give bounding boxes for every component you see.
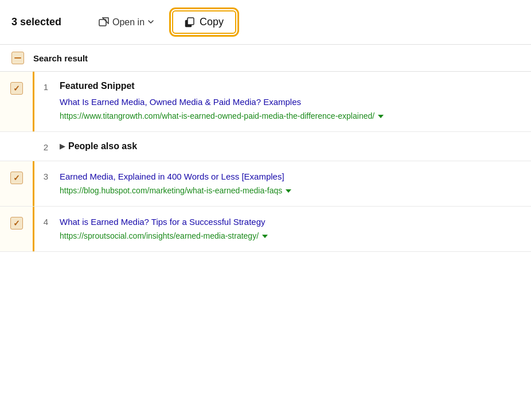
- row-1-url[interactable]: https://www.titangrowth.com/what-is-earn…: [60, 110, 522, 122]
- url-dropdown-icon[interactable]: [378, 115, 384, 118]
- results-list: ✓ 1 Featured Snippet What Is Earned Medi…: [0, 72, 531, 252]
- select-all-checkbox[interactable]: [11, 52, 24, 64]
- selection-col-1: ✓: [0, 72, 34, 131]
- table-row: ✓ 4 What is Earned Media? Tips for a Suc…: [0, 207, 531, 252]
- copy-label: Copy: [200, 16, 224, 28]
- row-3-link-title[interactable]: Earned Media, Explained in 400 Words or …: [60, 170, 522, 182]
- row-4-link-title[interactable]: What is Earned Media? Tips for a Success…: [60, 216, 522, 228]
- row-1-content: Featured Snippet What Is Earned Media, O…: [57, 72, 531, 131]
- row-3-content: Earned Media, Explained in 400 Words or …: [57, 161, 531, 206]
- url-dropdown-icon[interactable]: [286, 189, 291, 193]
- table-row: ✓ 3 Earned Media, Explained in 400 Words…: [0, 161, 531, 207]
- row-4-checkbox[interactable]: ✓: [10, 217, 23, 230]
- people-also-ask-label: ▶ People also ask: [60, 141, 522, 151]
- selection-col-4: ✓: [0, 207, 34, 251]
- toolbar: 3 selected Open in Copy: [0, 0, 531, 45]
- table-row: ✓ 1 Featured Snippet What Is Earned Medi…: [0, 72, 531, 132]
- column-header: Search result: [0, 45, 531, 72]
- svg-rect-2: [188, 18, 194, 25]
- row-4-content: What is Earned Media? Tips for a Success…: [57, 207, 531, 251]
- row-2-content: ▶ People also ask: [57, 132, 531, 161]
- minus-icon: [14, 57, 21, 59]
- row-1-number: 1: [34, 72, 57, 131]
- open-in-button[interactable]: Open in: [94, 14, 158, 31]
- row-1-link-title[interactable]: What Is Earned Media, Owned Media & Paid…: [60, 96, 522, 108]
- column-header-label: Search result: [33, 53, 88, 63]
- row-2-number: 2: [34, 132, 57, 161]
- open-in-icon: [99, 17, 109, 28]
- checkmark-icon: ✓: [13, 219, 20, 227]
- row-4-url[interactable]: https://sproutsocial.com/insights/earned…: [60, 230, 522, 242]
- row-1-checkbox[interactable]: ✓: [10, 82, 23, 95]
- row-3-url[interactable]: https://blog.hubspot.com/marketing/what-…: [60, 185, 522, 197]
- copy-button[interactable]: Copy: [172, 10, 236, 34]
- paa-arrow-icon: ▶: [60, 142, 65, 150]
- selection-col-2: [0, 132, 34, 161]
- featured-snippet-label: Featured Snippet: [60, 81, 522, 91]
- selected-count: 3 selected: [11, 16, 80, 28]
- row-3-number: 3: [34, 161, 57, 206]
- row-3-checkbox[interactable]: ✓: [10, 172, 23, 184]
- checkmark-icon: ✓: [13, 174, 20, 182]
- row-2-checkbox-empty: [10, 142, 23, 155]
- open-in-label: Open in: [112, 17, 145, 28]
- copy-icon: [185, 17, 195, 28]
- checkmark-icon: ✓: [13, 84, 20, 92]
- selection-col-3: ✓: [0, 161, 34, 206]
- table-row: 2 ▶ People also ask: [0, 132, 531, 161]
- chevron-down-icon: [148, 20, 154, 24]
- url-dropdown-icon[interactable]: [262, 235, 268, 238]
- row-4-number: 4: [34, 207, 57, 251]
